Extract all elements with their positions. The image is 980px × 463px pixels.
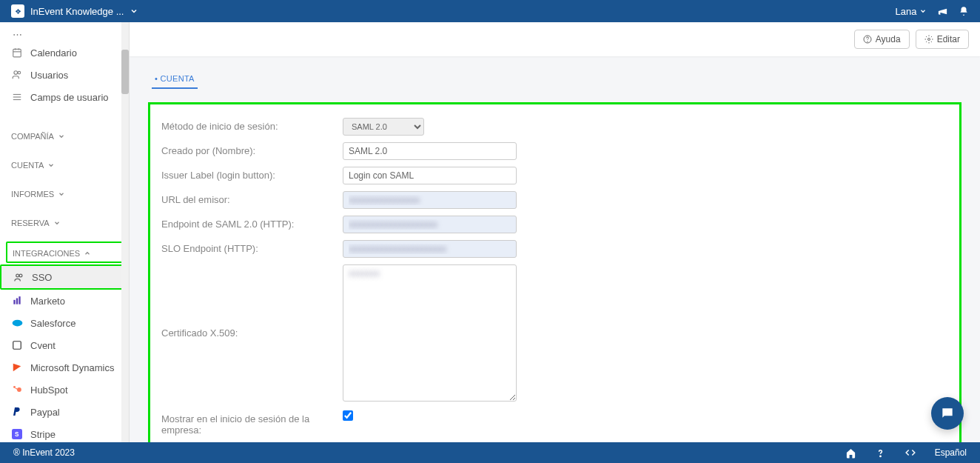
endpoint-input[interactable] — [343, 216, 517, 233]
creado-label: Creado por (Nombre): — [161, 142, 343, 156]
sidebar-item-salesforce[interactable]: Salesforce — [0, 312, 129, 334]
app-title-chevron-icon[interactable] — [130, 7, 138, 16]
sso-icon — [13, 271, 24, 283]
sidebar-item-paypal[interactable]: Paypal — [0, 401, 129, 423]
mostrar-login-label: Mostrar en el inicio de sesión de la emp… — [161, 410, 343, 436]
stripe-icon: S — [11, 428, 23, 440]
sidebar-label: Stripe — [30, 429, 56, 440]
cert-label: Certificado X.509: — [161, 264, 343, 339]
users-icon — [11, 69, 23, 81]
svg-line-18 — [16, 388, 18, 390]
app-logo: ❖ — [11, 4, 24, 18]
dotted-icon: ⋯ — [11, 28, 23, 40]
sidebar-item-camps[interactable]: Camps de usuario — [0, 86, 129, 108]
metodo-select[interactable]: SAML 2.0 — [343, 118, 424, 136]
sidebar-item-hubspot[interactable]: HubSpot — [0, 379, 129, 401]
sidebar: ⋯ Calendario Usuarios Camps de usuario C… — [0, 22, 130, 442]
metodo-label: Método de inicio de sesión: — [161, 118, 343, 132]
svg-point-17 — [13, 386, 16, 388]
salesforce-icon — [11, 317, 23, 329]
cvent-icon — [11, 339, 23, 351]
sidebar-item-usuarios[interactable]: Usuarios — [0, 64, 129, 86]
top-bar: ❖ InEvent Knowledge ... Lana — [0, 0, 980, 22]
sidebar-label: Paypal — [30, 407, 60, 418]
sidebar-section-integraciones[interactable]: INTEGRACIONES — [6, 242, 123, 263]
svg-point-10 — [19, 274, 22, 277]
sidebar-item-stripe[interactable]: S Stripe — [0, 423, 129, 442]
svg-point-24 — [927, 39, 930, 41]
hubspot-icon — [11, 384, 23, 396]
sso-config-form: Método de inicio de sesión: SAML 2.0 Cre… — [148, 102, 961, 442]
sidebar-item-calendario[interactable]: Calendario — [0, 41, 129, 64]
sidebar-label: Cvent — [30, 340, 56, 351]
issuer-input[interactable] — [343, 167, 517, 184]
marketo-icon — [11, 295, 23, 307]
cert-textarea[interactable]: xxxxxxx — [343, 264, 517, 402]
chat-widget-button[interactable] — [931, 397, 964, 430]
svg-rect-0 — [13, 49, 21, 57]
slo-input[interactable] — [343, 240, 517, 258]
svg-point-9 — [16, 274, 19, 277]
sidebar-label: HubSpot — [30, 384, 68, 396]
mostrar-login-checkbox[interactable] — [343, 410, 353, 421]
dynamics-icon — [11, 362, 23, 373]
sidebar-item-marketo[interactable]: Marketo — [0, 290, 129, 312]
edit-button[interactable]: Editar — [916, 30, 969, 49]
sidebar-item-sso[interactable]: SSO — [0, 264, 129, 290]
svg-point-23 — [867, 41, 868, 42]
sidebar-item-blank[interactable]: ⋯ — [0, 27, 129, 41]
svg-point-4 — [14, 71, 18, 75]
svg-rect-11 — [13, 300, 15, 304]
sidebar-section-informes[interactable]: INFORMES — [0, 182, 129, 204]
paypal-icon — [11, 406, 23, 418]
creado-input[interactable] — [343, 142, 517, 160]
sidebar-item-dynamics[interactable]: Microsoft Dynamics — [0, 356, 129, 379]
endpoint-label: Endpoint de SAML 2.0 (HTTP): — [161, 216, 343, 230]
sidebar-section-cuenta[interactable]: CUENTA — [0, 153, 129, 175]
sidebar-label: SSO — [32, 272, 52, 283]
help-button[interactable]: Ayuda — [854, 30, 910, 49]
sidebar-label: Salesforce — [30, 318, 75, 329]
url-emisor-input[interactable] — [343, 191, 517, 209]
main-content: Ayuda Editar CUENTA Método de inicio de … — [130, 22, 980, 442]
sidebar-section-compania[interactable]: COMPAÑÍA — [0, 124, 129, 146]
calendar-icon — [11, 47, 23, 59]
scrollbar-thumb[interactable] — [121, 50, 129, 94]
svg-text:S: S — [15, 431, 19, 438]
bell-icon[interactable] — [959, 6, 969, 16]
issuer-label: Issuer Label (login button): — [161, 167, 343, 181]
sidebar-label: Microsoft Dynamics — [30, 362, 114, 373]
announcement-icon[interactable] — [937, 6, 948, 17]
sidebar-item-cvent[interactable]: Cvent — [0, 334, 129, 356]
sidebar-section-reserva[interactable]: RESERVA — [0, 211, 129, 233]
tab-cuenta[interactable]: CUENTA — [152, 70, 198, 89]
svg-point-5 — [18, 71, 21, 74]
user-menu[interactable]: Lana — [895, 6, 927, 17]
svg-point-16 — [17, 387, 21, 392]
svg-rect-12 — [16, 299, 18, 304]
svg-point-14 — [12, 320, 22, 327]
sidebar-label: Usuarios — [30, 70, 68, 81]
url-emisor-label: URL del emisor: — [161, 191, 343, 205]
slo-label: SLO Endpoint (HTTP): — [161, 240, 343, 254]
page-header: Ayuda Editar — [130, 22, 980, 56]
sidebar-label: Calendario — [30, 47, 77, 59]
svg-rect-13 — [19, 296, 20, 304]
list-icon — [11, 91, 23, 103]
tab-header: CUENTA — [148, 70, 961, 89]
svg-rect-15 — [13, 342, 21, 350]
sidebar-label: Camps de usuario — [30, 92, 109, 103]
app-title: InEvent Knowledge ... — [30, 6, 124, 17]
sidebar-label: Marketo — [30, 296, 65, 307]
